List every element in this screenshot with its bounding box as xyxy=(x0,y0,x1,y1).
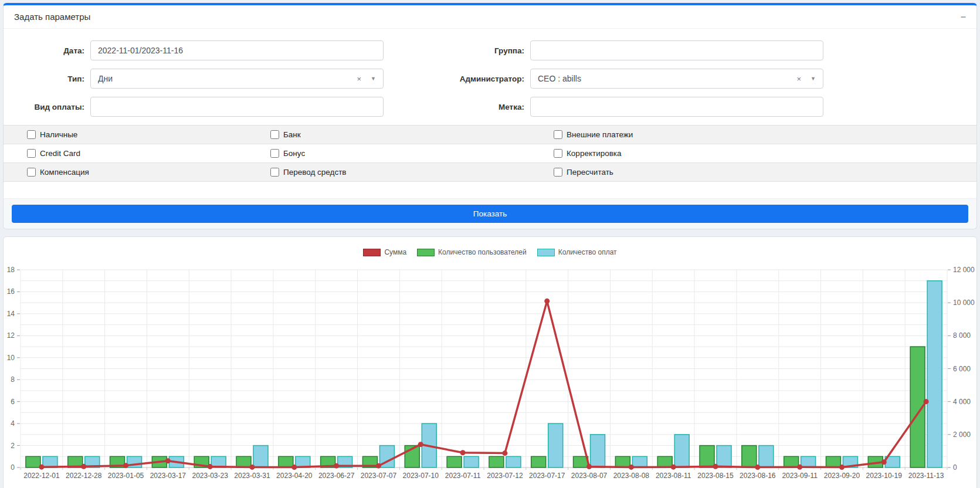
checkbox-row: Credit CardБонусКорректировка xyxy=(4,144,976,162)
type-select[interactable]: Дни × ▼ xyxy=(90,69,384,89)
checkbox-label: Перевод средств xyxy=(283,168,347,177)
svg-text:2023-11-13: 2023-11-13 xyxy=(908,472,944,480)
svg-text:2023-03-23: 2023-03-23 xyxy=(192,472,228,480)
pay-kind-input[interactable] xyxy=(90,97,384,117)
svg-text:12 000: 12 000 xyxy=(953,266,975,274)
payment-type-checkbox[interactable] xyxy=(270,149,279,158)
date-label: Дата: xyxy=(14,46,90,55)
checkbox-cell: Внешние платежи xyxy=(554,130,633,139)
checkbox-label: Credit Card xyxy=(40,149,80,158)
legend-label: Сумма xyxy=(384,248,406,256)
group-input[interactable] xyxy=(530,40,823,60)
legend-item[interactable]: Количество пользователей xyxy=(417,248,527,256)
payment-type-checkbox[interactable] xyxy=(554,168,562,177)
payment-type-checkbox[interactable] xyxy=(27,130,36,139)
checkbox-cell: Корректировка xyxy=(554,149,622,158)
svg-text:8 000: 8 000 xyxy=(953,331,971,340)
clear-icon[interactable]: × xyxy=(357,74,361,83)
checkbox-cell: Перевод средств xyxy=(270,168,554,177)
checkbox-label: Банк xyxy=(283,130,301,139)
checkbox-row: НаличныеБанкВнешние платежи xyxy=(4,125,976,144)
chart-panel: СуммаКоличество пользователейКоличество … xyxy=(3,236,977,488)
checkbox-label: Корректировка xyxy=(567,149,622,158)
payment-type-checkbox[interactable] xyxy=(27,149,36,158)
minimize-icon[interactable]: – xyxy=(961,12,966,22)
svg-text:2023-09-20: 2023-09-20 xyxy=(824,472,860,480)
svg-text:10 000: 10 000 xyxy=(953,299,975,307)
svg-text:2023-07-11: 2023-07-11 xyxy=(445,472,481,480)
checkbox-cell: Наличные xyxy=(4,130,270,139)
legend-label: Количество оплат xyxy=(558,248,617,256)
legend-swatch-icon xyxy=(363,249,381,256)
show-button[interactable]: Показать xyxy=(12,205,968,223)
svg-text:2 000: 2 000 xyxy=(953,431,971,439)
svg-text:8: 8 xyxy=(11,375,15,384)
checkbox-row: КомпенсацияПеревод средствПересчитать xyxy=(4,162,976,181)
checkbox-cell: Бонус xyxy=(270,149,554,158)
svg-text:2023-08-11: 2023-08-11 xyxy=(656,472,691,480)
panel-title: Задать параметры xyxy=(14,12,90,22)
svg-text:2023-01-05: 2023-01-05 xyxy=(108,472,144,480)
svg-text:2023-03-17: 2023-03-17 xyxy=(150,472,186,480)
svg-text:2023-08-15: 2023-08-15 xyxy=(697,472,734,480)
payment-type-checkbox[interactable] xyxy=(554,130,562,139)
checkbox-label: Наличные xyxy=(40,130,77,139)
svg-text:2023-04-20: 2023-04-20 xyxy=(276,472,313,480)
payment-type-checkbox[interactable] xyxy=(27,168,36,177)
svg-text:6: 6 xyxy=(11,398,15,406)
admin-select[interactable]: CEO : abills × ▼ xyxy=(530,69,823,89)
svg-text:2023-07-07: 2023-07-07 xyxy=(361,472,397,480)
panel-header: Задать параметры – xyxy=(4,5,976,29)
legend-item[interactable]: Сумма xyxy=(363,248,406,256)
checkbox-label: Бонус xyxy=(283,149,305,158)
mark-label: Метка: xyxy=(384,103,530,111)
svg-text:2023-07-12: 2023-07-12 xyxy=(487,472,523,480)
svg-text:12: 12 xyxy=(7,331,15,340)
svg-text:2023-08-08: 2023-08-08 xyxy=(613,472,650,480)
mark-input[interactable] xyxy=(530,97,823,117)
checkbox-cell: Credit Card xyxy=(4,149,270,158)
legend-item[interactable]: Количество оплат xyxy=(537,248,617,256)
svg-text:2023-07-10: 2023-07-10 xyxy=(403,472,439,480)
svg-text:10: 10 xyxy=(7,354,15,362)
payments-chart: 02468101214161802 0004 0006 0008 00010 0… xyxy=(4,263,975,488)
chevron-down-icon[interactable]: ▼ xyxy=(371,76,376,82)
svg-text:4: 4 xyxy=(11,419,15,428)
chevron-down-icon[interactable]: ▼ xyxy=(811,76,816,82)
svg-text:2023-07-17: 2023-07-17 xyxy=(529,472,565,480)
date-input[interactable] xyxy=(90,40,384,60)
checkbox-label: Пересчитать xyxy=(567,168,613,177)
clear-icon[interactable]: × xyxy=(796,74,801,83)
admin-label: Администратор: xyxy=(384,74,530,83)
payment-type-checkbox[interactable] xyxy=(554,149,562,158)
pay-kind-label: Вид оплаты: xyxy=(14,103,90,111)
checkbox-cell: Компенсация xyxy=(4,168,270,177)
form-footer: Показать xyxy=(4,198,976,229)
checkbox-label: Компенсация xyxy=(40,168,89,177)
payment-type-table: НаличныеБанкВнешние платежиCredit CardБо… xyxy=(4,125,976,182)
svg-text:0: 0 xyxy=(953,463,957,472)
svg-text:18: 18 xyxy=(7,266,15,274)
payment-type-checkbox[interactable] xyxy=(270,130,279,139)
svg-text:16: 16 xyxy=(7,287,15,296)
svg-text:2022-12-01: 2022-12-01 xyxy=(23,472,60,480)
checkbox-cell: Пересчитать xyxy=(554,168,613,177)
svg-text:2: 2 xyxy=(11,442,15,450)
type-select-value: Дни xyxy=(98,74,357,83)
payment-type-checkbox[interactable] xyxy=(270,168,279,177)
checkbox-label: Внешние платежи xyxy=(567,130,633,139)
svg-text:2023-08-16: 2023-08-16 xyxy=(740,472,776,480)
svg-text:0: 0 xyxy=(11,463,15,472)
svg-text:4 000: 4 000 xyxy=(953,398,971,406)
svg-text:2022-12-28: 2022-12-28 xyxy=(66,472,102,480)
svg-text:14: 14 xyxy=(7,310,15,318)
type-label: Тип: xyxy=(14,74,90,83)
chart-legend: СуммаКоличество пользователейКоличество … xyxy=(4,246,976,258)
svg-text:2023-10-19: 2023-10-19 xyxy=(866,472,903,480)
checkbox-cell: Банк xyxy=(270,130,554,139)
legend-swatch-icon xyxy=(417,249,435,256)
svg-text:6 000: 6 000 xyxy=(953,365,971,373)
svg-text:2023-09-11: 2023-09-11 xyxy=(782,472,818,480)
admin-select-value: CEO : abills xyxy=(538,74,796,83)
form-body: Дата: Группа: Тип: Дни × ▼ Администратор… xyxy=(4,29,976,117)
